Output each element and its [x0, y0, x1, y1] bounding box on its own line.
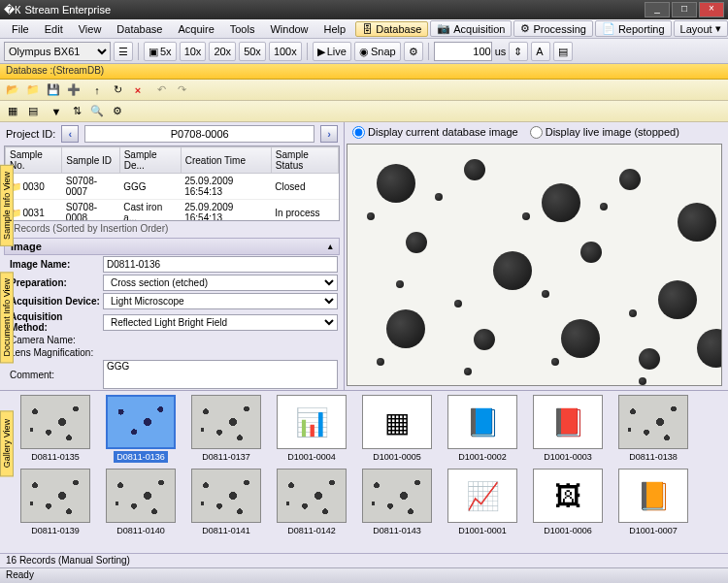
menu-window[interactable]: Window	[262, 21, 315, 37]
options-icon[interactable]: ⚙	[109, 103, 126, 120]
tab-acquisition[interactable]: 📷Acquisition	[430, 20, 512, 37]
snap-icon: ◉	[359, 44, 369, 59]
gallery-caption: D1001-0005	[370, 451, 424, 463]
redo-icon[interactable]: ↷	[173, 81, 190, 99]
filter-icon[interactable]: ▼	[48, 103, 65, 120]
display-options: Display current database image Display l…	[345, 122, 728, 142]
gallery-item[interactable]: ▦D1001-0005	[359, 395, 435, 463]
col-sample-no[interactable]: Sample No.	[6, 147, 62, 174]
gallery-item[interactable]: 📙D1001-0007	[615, 469, 691, 536]
display-live-radio[interactable]: Display live image (stopped)	[530, 126, 679, 139]
section-image-header[interactable]: Image▴	[4, 238, 340, 255]
gallery-item[interactable]: 📊D1001-0004	[274, 395, 349, 463]
gallery-item[interactable]: D0811-0136	[103, 395, 179, 463]
tab-layout[interactable]: Layout ▾	[674, 20, 728, 37]
exposure-input[interactable]	[434, 42, 492, 61]
comment-input[interactable]: GGG	[103, 360, 338, 389]
col-sample-desc[interactable]: Sample De...	[119, 147, 181, 174]
close-button[interactable]: ×	[699, 2, 724, 17]
project-id-label: Project ID:	[6, 128, 55, 140]
gallery-item[interactable]: 📘D1001-0002	[445, 395, 520, 463]
minimize-button[interactable]: _	[645, 2, 670, 17]
new-folder-icon[interactable]: 📁	[24, 81, 42, 99]
gallery-item[interactable]: D0811-0137	[188, 395, 264, 463]
tab-database[interactable]: 🗄Database	[355, 21, 428, 37]
folder-open-icon[interactable]: 📂	[4, 81, 21, 99]
gallery-item[interactable]: D0811-0142	[274, 469, 349, 536]
project-id-input[interactable]	[84, 125, 314, 143]
undo-icon[interactable]: ↶	[152, 81, 170, 99]
device-settings-button[interactable]: ☰	[114, 42, 133, 61]
table-row[interactable]: 0030S0708-0007GGG25.09.2009 16:54:13Clos…	[6, 174, 339, 200]
mag-50x-button[interactable]: 50x	[239, 42, 266, 61]
menu-edit[interactable]: Edit	[37, 21, 71, 37]
settings-button[interactable]: ⚙	[404, 42, 423, 61]
gallery-caption: D0811-0142	[284, 525, 339, 536]
save-icon[interactable]: 💾	[45, 81, 62, 99]
device-select[interactable]: Olympus BX61	[4, 42, 111, 61]
gallery-item[interactable]: D0811-0135	[17, 395, 93, 463]
live-button[interactable]: ▶Live	[313, 42, 351, 61]
mag-5x-button[interactable]: ▣5x	[144, 42, 177, 61]
tab-processing[interactable]: ⚙Processing	[513, 20, 592, 37]
gallery-item[interactable]: 🖼D1001-0006	[530, 469, 606, 536]
delete-icon[interactable]: ×	[129, 81, 147, 99]
view-list-icon[interactable]: ▦	[4, 103, 21, 120]
ppt-icon: 📙	[637, 480, 671, 512]
refresh-icon[interactable]: ↻	[109, 81, 126, 99]
mag-10x-button[interactable]: 10x	[180, 42, 207, 61]
mag-100x-button[interactable]: 100x	[269, 42, 302, 61]
col-creation-time[interactable]: Creation Time	[181, 147, 271, 174]
sort-icon[interactable]: ⇅	[68, 103, 85, 120]
gallery-item[interactable]: D0811-0141	[188, 469, 264, 536]
col-sample-status[interactable]: Sample Status	[271, 147, 338, 174]
gallery-caption: D0811-0137	[199, 451, 253, 463]
menu-help[interactable]: Help	[316, 21, 354, 37]
search-icon[interactable]: 🔍	[88, 103, 106, 120]
snap-button[interactable]: ◉Snap	[354, 42, 401, 61]
gallery-item[interactable]: D0811-0143	[359, 469, 435, 536]
menu-database[interactable]: Database	[109, 21, 170, 37]
gallery-item[interactable]: 📈D1001-0001	[445, 469, 520, 536]
db-toolbar-1: 📂 📁 💾 ➕ ↑ ↻ × ↶ ↷	[0, 80, 728, 101]
sample-record-status: 2 Records (Sorted by Insertion Order)	[0, 221, 344, 236]
sidetab-sample-info[interactable]: Sample Info View	[0, 165, 14, 246]
histogram-button[interactable]: ▤	[553, 42, 573, 61]
acq-method-select[interactable]: Reflected Light Bright Field	[103, 314, 338, 331]
image-name-input[interactable]	[103, 256, 338, 273]
gallery-item[interactable]: D0811-0138	[615, 395, 691, 463]
acq-device-select[interactable]: Light Microscope	[103, 293, 338, 309]
auto-exposure-button[interactable]: A	[531, 42, 550, 61]
project-next-button[interactable]: ›	[320, 125, 338, 143]
table-row[interactable]: 0031S0708-0008Cast iron a...25.09.2009 1…	[6, 200, 339, 222]
database-header: Database :(StreamDB)	[0, 64, 728, 80]
acq-device-label: Acquisition Device:	[6, 296, 103, 307]
display-current-radio[interactable]: Display current database image	[352, 126, 518, 139]
view-detail-icon[interactable]: ▤	[24, 103, 42, 120]
project-prev-button[interactable]: ‹	[61, 125, 79, 143]
sample-table[interactable]: Sample No. Sample ID Sample De... Creati…	[4, 146, 340, 221]
arrow-up-icon[interactable]: ↑	[88, 81, 106, 99]
menu-view[interactable]: View	[71, 21, 110, 37]
gallery-item[interactable]: D0811-0139	[17, 469, 93, 536]
tab-reporting[interactable]: 📄Reporting	[595, 20, 672, 37]
maximize-button[interactable]: □	[672, 2, 697, 17]
gallery-caption: D0811-0139	[28, 525, 83, 536]
col-sample-id[interactable]: Sample ID	[62, 147, 119, 174]
gallery-caption: D0811-0140	[114, 525, 168, 536]
gallery-item[interactable]: D0811-0140	[103, 469, 179, 536]
gallery-item[interactable]: 📕D1001-0003	[530, 395, 606, 463]
menu-tools[interactable]: Tools	[222, 21, 263, 37]
sidetab-document-info[interactable]: Document Info View	[0, 272, 14, 363]
exposure-step-button[interactable]: ⇕	[509, 42, 528, 61]
chart-icon: 📈	[466, 480, 500, 512]
mag-20x-button[interactable]: 20x	[209, 42, 236, 61]
insert-icon[interactable]: ➕	[65, 81, 83, 99]
preparation-select[interactable]: Cross section (etched)	[103, 275, 338, 291]
menu-file[interactable]: File	[4, 21, 37, 37]
gallery-caption: D1001-0002	[455, 451, 510, 463]
menu-acquire[interactable]: Acquire	[170, 21, 221, 37]
image-viewer[interactable]	[347, 144, 722, 386]
db-toolbar-2: ▦ ▤ ▼ ⇅ 🔍 ⚙	[0, 101, 728, 122]
sidetab-gallery[interactable]: Gallery View	[0, 410, 14, 476]
